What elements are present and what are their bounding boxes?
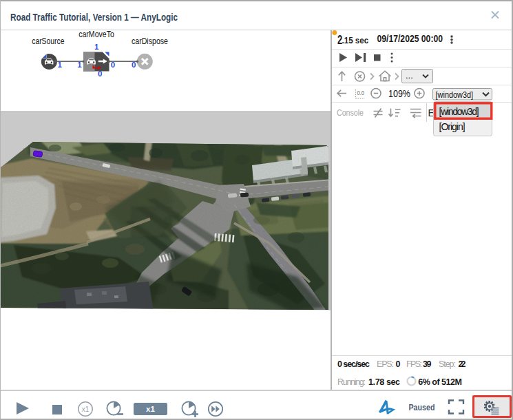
svg-text:6% of 512M: 6% of 512M — [418, 377, 462, 387]
svg-text:Step:: Step: — [439, 359, 456, 369]
svg-text:1: 1 — [94, 43, 99, 51]
svg-text:.15 sec: .15 sec — [342, 35, 369, 45]
svg-text:x1: x1 — [146, 405, 155, 413]
svg-text:1: 1 — [57, 61, 62, 69]
svg-text:EPS:: EPS: — [377, 359, 394, 369]
svg-text:Road Traffic Tutorial, Version: Road Traffic Tutorial, Version 1 — AnyLo… — [10, 12, 178, 23]
svg-text:39: 39 — [423, 359, 432, 369]
svg-text:Running:: Running: — [337, 377, 366, 387]
svg-text:Console: Console — [337, 107, 364, 118]
svg-text:09/17/2025 00:00: 09/17/2025 00:00 — [377, 33, 443, 44]
svg-text:0.0: 0.0 — [357, 90, 365, 96]
svg-text:0 sec/sec: 0 sec/sec — [337, 359, 370, 369]
svg-text:1.78 sec: 1.78 sec — [368, 377, 400, 387]
svg-text:x1: x1 — [82, 406, 90, 413]
svg-text:Paused: Paused — [409, 403, 435, 412]
svg-text:carMoveTo: carMoveTo — [78, 30, 114, 39]
svg-text:0: 0 — [396, 359, 401, 369]
svg-text:0: 0 — [98, 70, 102, 78]
svg-text:[window3d]: [window3d] — [439, 106, 479, 117]
svg-text:1: 1 — [77, 61, 82, 69]
svg-text:...: ... — [406, 70, 413, 81]
svg-text:0: 0 — [132, 61, 136, 69]
svg-text:carDispose: carDispose — [132, 36, 168, 46]
svg-text:109%: 109% — [388, 88, 410, 99]
svg-text:[Origin]: [Origin] — [439, 121, 465, 132]
svg-text:FPS:: FPS: — [406, 359, 422, 369]
svg-text:22: 22 — [459, 359, 466, 369]
svg-text:carSource: carSource — [32, 36, 64, 46]
svg-text:0: 0 — [111, 61, 115, 69]
